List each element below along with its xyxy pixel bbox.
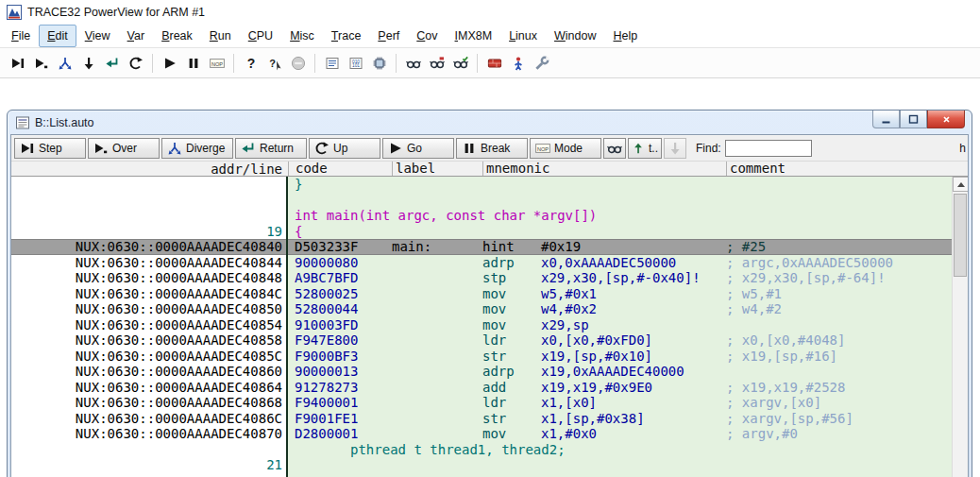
breakpoint-list-icon[interactable] xyxy=(482,52,506,75)
menu-perf[interactable]: Perf xyxy=(369,25,408,47)
diverge-button[interactable]: Diverge xyxy=(161,138,233,159)
address-cell: NUX:0630::0000AAAADEC40858 xyxy=(11,332,288,349)
list-row-asm[interactable]: NUX:0630::0000AAAADEC4085052800044movw4,… xyxy=(11,301,952,317)
up-button[interactable]: Up xyxy=(309,138,380,159)
clipped-control[interactable]: h xyxy=(959,142,966,155)
button-label: Step xyxy=(39,142,62,155)
label-cell xyxy=(392,364,482,380)
break-button[interactable]: Break xyxy=(456,138,528,159)
step-icon[interactable] xyxy=(6,52,29,75)
scroll-thumb[interactable] xyxy=(954,194,967,277)
watch-edit-icon[interactable] xyxy=(448,52,472,75)
svg-text:NOP: NOP xyxy=(537,145,549,151)
address-cell: NUX:0630::0000AAAADEC40864 xyxy=(11,380,288,396)
menu-imx8m[interactable]: IMX8M xyxy=(447,25,501,47)
comment-cell: ; x29,x30,[sp,#-64]! xyxy=(726,270,952,286)
return-button[interactable]: Return xyxy=(235,138,307,159)
menu-file[interactable]: File xyxy=(3,25,39,47)
tools-icon[interactable] xyxy=(530,52,553,75)
close-button[interactable] xyxy=(927,111,965,128)
list-icon[interactable] xyxy=(320,52,344,75)
top-button[interactable]: t.. xyxy=(628,138,662,159)
step-over-icon[interactable] xyxy=(29,52,53,75)
mode-button[interactable]: NOPMode xyxy=(530,138,601,159)
mode-icon[interactable]: NOP xyxy=(205,52,228,75)
list-row-asm[interactable]: NUX:0630::0000AAAADEC4085CF9000BF3strx19… xyxy=(11,349,952,365)
return-icon[interactable] xyxy=(100,52,124,75)
list-row-asm[interactable]: NUX:0630::0000AAAADEC40870D2800001movx1,… xyxy=(11,426,952,442)
list-window-titlebar[interactable]: B::List.auto xyxy=(8,111,972,134)
menu-window[interactable]: Window xyxy=(546,25,604,47)
menu-linux[interactable]: Linux xyxy=(500,25,546,47)
list-row-asm[interactable]: NUX:0630::0000AAAADEC40854910003FDmovx29… xyxy=(11,317,952,333)
scroll-up-button[interactable] xyxy=(953,177,968,192)
label-cell xyxy=(392,301,482,317)
watch-var-icon[interactable] xyxy=(425,52,448,75)
state-icon[interactable] xyxy=(506,52,530,75)
list-row-asm[interactable]: NUX:0630::0000AAAADEC4084490000080adrpx0… xyxy=(11,255,952,271)
maximize-button[interactable] xyxy=(900,111,927,128)
run-down-icon[interactable] xyxy=(76,52,100,75)
window-controls xyxy=(872,111,965,128)
svg-text:NOP: NOP xyxy=(211,60,222,66)
stop-icon[interactable] xyxy=(286,52,310,75)
list-row-source[interactable]: 19{ xyxy=(11,224,952,240)
menu-help[interactable]: Help xyxy=(605,25,647,47)
list-row-source[interactable]: 21 xyxy=(11,457,952,473)
menu-break[interactable]: Break xyxy=(153,25,201,47)
line-number-cell: 19 xyxy=(11,224,288,240)
step-button[interactable]: Step xyxy=(14,138,86,159)
help-icon[interactable]: ? xyxy=(239,52,262,75)
operands-cell: x29,sp xyxy=(541,317,726,333)
list-row-asm[interactable]: NUX:0630::0000AAAADEC4086CF9001FE1strx1,… xyxy=(11,411,952,427)
list-row-asm[interactable]: NUX:0630::0000AAAADEC4086491278273addx19… xyxy=(11,380,952,396)
list-row-asm[interactable]: NUX:0630::0000AAAADEC4086090000013adrpx1… xyxy=(11,364,952,380)
list-row-asm[interactable]: NUX:0630::0000AAAADEC40848A9BC7BFDstpx29… xyxy=(11,270,952,286)
column-divider[interactable] xyxy=(286,177,288,477)
disassembly-listing: addr/linecodelabelmnemoniccomment }int m… xyxy=(11,161,968,477)
svg-text:?: ? xyxy=(269,58,276,69)
step-diverge-icon[interactable] xyxy=(53,52,76,75)
list-row-source[interactable]: } xyxy=(11,177,952,193)
list-row-asm[interactable]: NUX:0630::0000AAAADEC40868F9400001ldrx1,… xyxy=(11,395,952,411)
list-row-source[interactable]: int main(int argc, const char *argv[]) xyxy=(11,208,952,224)
menu-misc[interactable]: Misc xyxy=(281,25,323,47)
up-icon[interactable] xyxy=(124,52,147,75)
break-icon[interactable] xyxy=(181,52,205,75)
list-row-asm[interactable]: NUX:0630::0000AAAADEC40840D503233Fmain:h… xyxy=(11,239,952,255)
column-header-comment: comment xyxy=(726,162,952,176)
find-input[interactable] xyxy=(725,140,812,157)
list-row-source[interactable] xyxy=(11,193,952,209)
context-help-icon[interactable]: ? xyxy=(262,52,286,75)
watch-button[interactable] xyxy=(603,138,626,159)
menu-view[interactable]: View xyxy=(76,25,119,47)
mnemonic-cell: hint xyxy=(482,239,541,255)
operands-cell: w5,#0x1 xyxy=(541,286,726,302)
go-icon[interactable] xyxy=(158,52,181,75)
menu-var[interactable]: Var xyxy=(119,25,154,47)
list-row-source[interactable]: pthread_t thread1, thread2; xyxy=(11,442,952,458)
vertical-scrollbar[interactable] xyxy=(952,177,968,477)
app-titlebar[interactable]: TRACE32 PowerView for ARM #1 xyxy=(0,0,980,24)
list-row-asm[interactable]: NUX:0630::0000AAAADEC4084C52800025movw5,… xyxy=(11,286,952,302)
line-number-cell xyxy=(11,193,288,209)
dump-icon[interactable]: 010101 xyxy=(344,52,367,75)
button-label: Over xyxy=(112,142,137,155)
chip-icon[interactable] xyxy=(367,52,391,75)
menu-trace[interactable]: Trace xyxy=(323,25,370,47)
down-disabled-button[interactable] xyxy=(664,138,686,159)
list-row-asm[interactable]: NUX:0630::0000AAAADEC40858F947E800ldrx0,… xyxy=(11,332,952,349)
watch-icon[interactable] xyxy=(401,52,425,75)
menu-edit[interactable]: Edit xyxy=(39,25,76,47)
go-button[interactable]: Go xyxy=(382,138,454,159)
mnemonic-cell: adrp xyxy=(482,255,541,271)
menu-cov[interactable]: Cov xyxy=(408,25,446,47)
mnemonic-cell: mov xyxy=(482,426,541,442)
minimize-button[interactable] xyxy=(872,111,900,128)
listing-content: }int main(int argc, const char *argv[])1… xyxy=(11,177,968,477)
source-cell xyxy=(288,193,952,209)
over-button[interactable]: Over xyxy=(88,138,160,159)
menu-run[interactable]: Run xyxy=(201,25,240,47)
menu-cpu[interactable]: CPU xyxy=(240,25,281,47)
mnemonic-cell: mov xyxy=(482,301,541,317)
